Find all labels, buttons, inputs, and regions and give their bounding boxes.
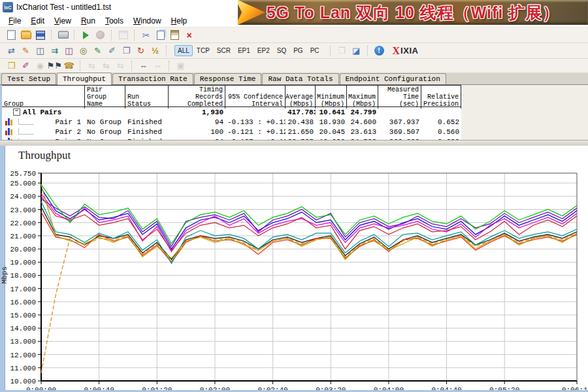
filter-scr[interactable]: SCR <box>214 45 234 56</box>
svg-text:14.000: 14.000 <box>10 325 36 333</box>
menu-view[interactable]: View <box>50 15 76 27</box>
filter-sq[interactable]: SQ <box>274 45 289 56</box>
delete-icon[interactable]: × <box>183 29 195 41</box>
ghost-icon[interactable]: ◉ <box>34 60 46 72</box>
col-measured-time[interactable]: Measured Time (sec) <box>378 86 421 108</box>
svg-text:16.000: 16.000 <box>10 299 36 306</box>
svg-text:25.000: 25.000 <box>10 180 36 188</box>
svg-text:19.000: 19.000 <box>10 259 36 267</box>
edit-pair-icon[interactable]: ✎ <box>20 45 32 57</box>
col-pair-group-name[interactable]: Pair Group Name <box>84 86 125 108</box>
clone-pair-icon[interactable]: ❐ <box>120 45 133 57</box>
cut-icon[interactable]: ✂ <box>140 29 152 41</box>
pair-connect-icon[interactable]: ⇔ <box>137 60 150 72</box>
link-down-icon[interactable]: ⇆ <box>114 60 127 72</box>
chart-title: Throughput <box>18 149 71 162</box>
clipboard-icon[interactable]: ▣ <box>174 60 187 72</box>
ixia-logo: X IXIA <box>393 45 419 57</box>
tab-transaction-rate[interactable]: Transaction Rate <box>112 73 193 84</box>
run-test-icon[interactable] <box>80 29 92 41</box>
save-test-icon[interactable] <box>34 29 46 41</box>
tab-raw-data-totals[interactable]: Raw Data Totals <box>262 73 338 84</box>
filter-tcp[interactable]: TCP <box>193 45 213 56</box>
all-pairs-label: All Pairs <box>23 108 61 116</box>
table-header: Group Pair Group Name Run Status Timing … <box>2 85 461 107</box>
cell: No Group <box>85 118 125 126</box>
sequence-icon[interactable]: ½ <box>149 45 161 57</box>
pair-break-icon[interactable]: ⇔ <box>152 60 164 72</box>
y-axis-label: Mbps <box>1 267 8 284</box>
filter-ep2[interactable]: EP2 <box>254 45 273 56</box>
filter-pg[interactable]: PG <box>290 45 306 56</box>
stop-test-icon[interactable] <box>94 29 106 41</box>
filter-all[interactable]: ALL <box>174 45 193 56</box>
menu-run[interactable]: Run <box>76 15 101 27</box>
new-test-icon[interactable] <box>5 29 18 41</box>
table-row-pair-1[interactable]: Pair 1No GroupFinished94-0.133 : +0.1332… <box>2 117 461 127</box>
menu-file[interactable]: File <box>4 15 26 27</box>
cell: 1,930 <box>169 108 225 116</box>
print-icon[interactable] <box>57 29 69 41</box>
copy-icon[interactable] <box>154 29 167 41</box>
info-icon[interactable]: ! <box>373 45 385 57</box>
filter-pc[interactable]: PC <box>307 45 323 56</box>
col-average[interactable]: Average (Mbps) <box>285 86 316 108</box>
svg-text:21.000: 21.000 <box>10 233 36 240</box>
window-title: IxChariot Test - untitled1.tst <box>16 3 111 12</box>
col-timing-records[interactable]: Timing Records Completed <box>168 86 225 108</box>
link-mid-icon[interactable]: ⇆ <box>100 60 112 72</box>
phone-hand-icon[interactable]: ☎ <box>63 60 75 72</box>
cell: Finished <box>125 128 169 136</box>
cell: 0.652 <box>421 118 461 126</box>
window-icon[interactable]: ◪ <box>350 45 363 57</box>
col-confidence-interval[interactable]: 95% Confidence Interval <box>225 86 286 108</box>
menu-tools[interactable]: Tools <box>101 15 129 27</box>
menu-help[interactable]: Help <box>167 15 193 27</box>
dart-icon[interactable]: ✐ <box>20 60 32 72</box>
cell: -0.133 : +0.133 <box>225 118 286 126</box>
tab-test-setup[interactable]: Test Setup <box>1 73 56 84</box>
filter-ep1[interactable]: EP1 <box>235 45 253 56</box>
pair-label: Pair 1 <box>33 118 83 126</box>
edit-script-icon[interactable]: ✎ <box>91 45 104 57</box>
cell: 94 <box>169 118 225 126</box>
table-row-pair-2[interactable]: Pair 2No GroupFinished100-0.121 : +0.121… <box>2 127 461 137</box>
toolbar-main: ✂ × <box>0 27 588 43</box>
tree-expander[interactable]: − <box>13 108 20 116</box>
group-cell: Pair 2 <box>2 127 85 137</box>
tab-response-time[interactable]: Response Time <box>194 73 262 84</box>
banner-text: 5G To Lan 双向 10 线程（Wifi 扩展） <box>267 2 560 24</box>
cell: 21.650 <box>286 128 316 136</box>
finish-flags-icon[interactable]: ⚑⚑ <box>48 60 61 72</box>
throughput-chart: 25.75025.00024.00023.00022.00021.00020.0… <box>0 146 588 392</box>
cell: -0.121 : +0.121 <box>225 128 286 136</box>
draw-pair-icon[interactable]: ✐ <box>106 45 118 57</box>
multicast-icon[interactable]: ⇉ <box>48 45 61 57</box>
col-minimum[interactable]: Minimum (Mbps) <box>315 86 347 108</box>
link-up-icon[interactable]: ⇆ <box>86 60 98 72</box>
rerun-icon[interactable]: ↻ <box>135 45 147 57</box>
pair-chart-icon <box>5 128 12 135</box>
menu-edit[interactable]: Edit <box>26 15 50 27</box>
report-icon[interactable] <box>117 29 129 41</box>
monitor-pair-icon[interactable]: ◫ <box>34 45 46 57</box>
table-row-all-pairs[interactable]: −All Pairs1,930417.78310.64124.799 <box>2 107 461 117</box>
pair-chart-icon <box>5 118 12 125</box>
paste-icon[interactable] <box>169 29 181 41</box>
tab-endpoint-configuration[interactable]: Endpoint Configuration <box>340 73 446 84</box>
add-column-icon[interactable]: ❐ <box>336 45 348 57</box>
monitor-group-icon[interactable]: ◫ <box>63 45 75 57</box>
swap-endpoints-icon[interactable]: ⇄ <box>5 45 18 57</box>
cell: 100 <box>169 128 225 136</box>
open-test-icon[interactable] <box>20 29 32 41</box>
tab-throughput[interactable]: Throughput <box>57 73 112 85</box>
col-maximum[interactable]: Maximum (Mbps) <box>346 86 378 108</box>
open-config-icon[interactable]: ❒ <box>5 60 18 72</box>
camera-icon[interactable]: ◎ <box>77 45 90 57</box>
results-table: Group Pair Group Name Run Status Timing … <box>0 85 588 140</box>
col-run-status[interactable]: Run Status <box>125 86 169 108</box>
cell: 24.600 <box>347 118 378 126</box>
col-group[interactable]: Group <box>1 86 85 108</box>
col-relative-precision[interactable]: Relative Precision <box>421 86 461 108</box>
menu-window[interactable]: Window <box>129 15 167 27</box>
